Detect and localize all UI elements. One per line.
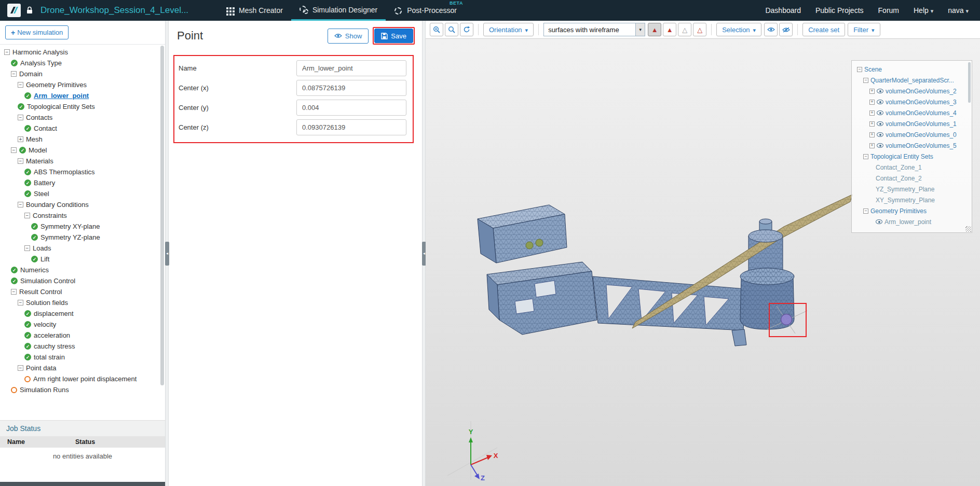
scene-tree-item[interactable]: QuarterModel_separatedScr... xyxy=(854,75,970,86)
tree-expander-icon[interactable] xyxy=(18,365,23,371)
visibility-eye-icon[interactable] xyxy=(876,219,882,224)
hide-entities-button[interactable] xyxy=(779,23,793,36)
scene-tree-item[interactable]: volumeOnGeoVolumes_2 xyxy=(854,86,970,96)
tree-expander-icon[interactable] xyxy=(4,49,10,55)
scene-tree-item[interactable]: Arm_lower_point xyxy=(854,216,970,227)
project-title[interactable]: Drone_Workshop_Session_4_Level... xyxy=(40,5,188,16)
scene-expander-icon[interactable] xyxy=(869,110,875,116)
scene-tree-item[interactable]: Topological Entity Sets xyxy=(854,151,970,162)
tree-item[interactable]: Topological Entity Sets xyxy=(0,101,165,112)
scene-tree-item[interactable]: XY_Symmetry_Plane xyxy=(854,195,970,205)
tree-scrollbar[interactable] xyxy=(160,46,164,385)
tree-expander-icon[interactable] xyxy=(24,213,30,218)
save-button[interactable]: Save xyxy=(374,29,413,43)
app-logo-icon[interactable] xyxy=(7,4,21,17)
zoom-in-button[interactable] xyxy=(430,23,443,36)
tree-item[interactable]: Analysis Type xyxy=(0,58,165,68)
tree-item[interactable]: Materials xyxy=(0,156,165,166)
refresh-view-button[interactable] xyxy=(460,23,473,36)
topbar-link[interactable]: Help xyxy=(914,6,933,15)
tree-expander-icon[interactable] xyxy=(18,158,23,164)
tree-item[interactable]: Geometry Primitives xyxy=(0,79,165,90)
tree-item[interactable]: Steel xyxy=(0,188,165,199)
scene-expander-icon[interactable] xyxy=(869,143,875,148)
scene-tree-scrollbar[interactable] xyxy=(968,62,971,103)
tree-expander-icon[interactable] xyxy=(18,202,23,207)
tree-item[interactable]: Symmetry XY-plane xyxy=(0,221,165,232)
visibility-eye-icon[interactable] xyxy=(877,143,883,148)
scene-expander-icon[interactable] xyxy=(869,121,875,127)
tree-item[interactable]: Simulation Control xyxy=(0,275,165,286)
scene-expander-icon[interactable] xyxy=(863,78,868,83)
new-simulation-button[interactable]: New simulation xyxy=(5,25,69,39)
tree-item[interactable]: Contact xyxy=(0,123,165,134)
scene-expander-icon[interactable] xyxy=(869,132,875,137)
tree-item[interactable]: Domain xyxy=(0,68,165,79)
tree-expander-icon[interactable] xyxy=(18,115,23,120)
scene-tree-resize-handle[interactable] xyxy=(965,226,971,232)
tree-item[interactable]: Simulation Runs xyxy=(0,384,165,395)
tree-item[interactable]: Harmonic Analysis xyxy=(0,47,165,58)
zoom-fit-button[interactable] xyxy=(445,23,458,36)
tree-item[interactable]: ABS Thermoplastics xyxy=(0,166,165,177)
tree-item[interactable]: Arm_lower_point xyxy=(0,90,165,101)
scene-expander-icon[interactable] xyxy=(863,209,868,214)
collapse-tree-panel-handle[interactable] xyxy=(165,242,169,266)
selection-dropdown[interactable]: Selection xyxy=(716,23,761,36)
tree-item[interactable]: cauchy stress xyxy=(0,341,165,352)
scene-tree-item[interactable]: Geometry Primitives xyxy=(854,205,970,216)
module-tab[interactable]: Post-Processor BETA xyxy=(386,0,465,21)
sidebar-bottom-scrollbar[interactable] xyxy=(0,482,165,486)
tree-item[interactable]: velocity xyxy=(0,319,165,330)
tree-expander-icon[interactable] xyxy=(11,71,17,77)
show-button[interactable]: Show xyxy=(328,29,369,44)
tree-item[interactable]: Battery xyxy=(0,177,165,188)
filter-dropdown[interactable]: Filter xyxy=(848,23,880,36)
visibility-eye-icon[interactable] xyxy=(877,89,883,93)
tree-item[interactable]: Mesh xyxy=(0,134,165,145)
topbar-link[interactable]: nava xyxy=(948,6,969,15)
tree-item[interactable]: Boundary Conditions xyxy=(0,199,165,210)
tree-expander-icon[interactable] xyxy=(11,289,17,295)
render-mode-select[interactable]: surfaces with wireframe xyxy=(543,23,645,36)
scene-tree-item[interactable]: volumeOnGeoVolumes_4 xyxy=(854,107,970,118)
tree-item[interactable]: total strain xyxy=(0,352,165,363)
scene-tree-item[interactable]: Contact_Zone_1 xyxy=(854,162,970,173)
mesh-quality-toggle-2[interactable] xyxy=(663,23,676,36)
scene-tree-item[interactable]: volumeOnGeoVolumes_0 xyxy=(854,129,970,140)
tree-item[interactable]: Symmetry YZ-plane xyxy=(0,232,165,243)
orientation-dropdown[interactable]: Orientation xyxy=(483,23,534,36)
tree-item[interactable]: acceleration xyxy=(0,330,165,341)
tree-item[interactable]: Contacts xyxy=(0,112,165,123)
tree-item[interactable]: Lift xyxy=(0,254,165,265)
visibility-eye-icon[interactable] xyxy=(877,100,883,104)
module-tab[interactable]: Mesh Creator xyxy=(217,0,291,21)
create-set-button[interactable]: Create set xyxy=(802,23,845,36)
scene-tree-item[interactable]: Scene xyxy=(854,64,970,75)
tree-item[interactable]: Constraints xyxy=(0,210,165,221)
field-input[interactable] xyxy=(296,80,406,96)
tree-item[interactable]: Solution fields xyxy=(0,297,165,308)
mesh-quality-toggle-1[interactable] xyxy=(648,23,661,36)
tree-item[interactable]: Loads xyxy=(0,243,165,254)
scene-tree-item[interactable]: volumeOnGeoVolumes_3 xyxy=(854,96,970,107)
tree-expander-icon[interactable] xyxy=(18,300,23,306)
tree-expander-icon[interactable] xyxy=(18,82,23,88)
show-entities-button[interactable] xyxy=(764,23,778,36)
scene-tree-item[interactable]: volumeOnGeoVolumes_1 xyxy=(854,118,970,129)
visibility-eye-icon[interactable] xyxy=(877,132,883,137)
scene-expander-icon[interactable] xyxy=(857,67,862,72)
tree-item[interactable]: Numerics xyxy=(0,265,165,275)
viewport-canvas[interactable]: Scene QuarterModel_separatedScr... xyxy=(426,39,980,486)
tree-item[interactable]: displacement xyxy=(0,308,165,319)
mesh-quality-toggle-3[interactable] xyxy=(678,23,691,36)
topbar-link[interactable]: Public Projects xyxy=(815,6,864,15)
topbar-link[interactable]: Forum xyxy=(878,6,899,15)
tree-item[interactable]: Model xyxy=(0,145,165,156)
tree-expander-icon[interactable] xyxy=(24,245,30,251)
visibility-eye-icon[interactable] xyxy=(877,110,883,115)
tree-expander-icon[interactable] xyxy=(11,147,17,153)
field-input[interactable] xyxy=(296,119,406,135)
scene-tree-item[interactable]: volumeOnGeoVolumes_5 xyxy=(854,140,970,151)
mesh-quality-toggle-4[interactable] xyxy=(693,23,706,36)
